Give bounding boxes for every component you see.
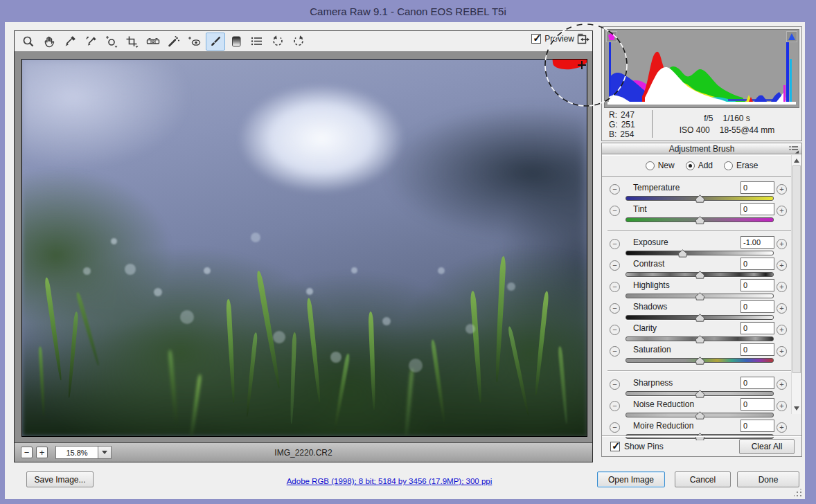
- brush-mode-add[interactable]: Add: [686, 161, 713, 170]
- highlights-value-input[interactable]: [740, 279, 774, 291]
- saturation-increase-button[interactable]: +: [777, 346, 787, 357]
- filter-settings-button[interactable]: [247, 33, 267, 51]
- zoom-tool-button[interactable]: [19, 33, 38, 51]
- exposure-slider-track[interactable]: [626, 251, 774, 255]
- photo-bokeh-circle: [382, 317, 391, 325]
- moire-decrease-button[interactable]: −: [610, 422, 620, 433]
- highlights-slider-thumb[interactable]: [695, 291, 705, 299]
- clarity-value-input[interactable]: [740, 322, 774, 334]
- save-image-button[interactable]: Save Image...: [26, 471, 94, 487]
- scrollbar-down-arrow[interactable]: [794, 406, 799, 411]
- preview-panel: Preview − + 15.8% IMG_2220.CR2: [14, 30, 593, 462]
- temperature-slider-track[interactable]: [626, 196, 774, 201]
- radio-new[interactable]: [646, 161, 655, 170]
- shadows-decrease-button[interactable]: −: [610, 303, 620, 314]
- noise-slider-track[interactable]: [626, 413, 774, 417]
- preview-checkbox[interactable]: [531, 34, 541, 44]
- shutter-value: 1/160 s: [722, 114, 750, 123]
- scrollbar-thumb[interactable]: [792, 165, 801, 373]
- highlights-slider-track[interactable]: [626, 294, 774, 298]
- photo-bokeh-circle: [204, 267, 211, 274]
- clarity-decrease-button[interactable]: −: [610, 325, 620, 335]
- color-sampler-tool-button[interactable]: [81, 33, 100, 51]
- contrast-value-input[interactable]: [740, 258, 774, 270]
- aperture-value: f/5: [704, 114, 713, 123]
- saturation-slider-track[interactable]: [626, 358, 774, 363]
- highlights-decrease-button[interactable]: −: [610, 282, 620, 292]
- noise-slider-thumb[interactable]: [695, 410, 705, 418]
- exposure-increase-button[interactable]: +: [777, 239, 787, 249]
- targeted-adjustment-tool-button[interactable]: [102, 33, 121, 51]
- radio-erase[interactable]: [724, 161, 733, 170]
- spot-removal-tool-button[interactable]: [164, 33, 184, 51]
- exposure-value-input[interactable]: [740, 236, 774, 249]
- clarity-slider-thumb[interactable]: [695, 334, 705, 342]
- fullscreen-toggle-button[interactable]: [576, 33, 591, 48]
- shadows-slider-track[interactable]: [626, 315, 774, 320]
- sharpness-value-input[interactable]: [740, 377, 774, 389]
- noise-decrease-button[interactable]: −: [610, 401, 620, 411]
- straighten-tool-button[interactable]: [143, 33, 163, 51]
- clarity-increase-button[interactable]: +: [777, 325, 787, 335]
- exposure-decrease-button[interactable]: −: [610, 239, 620, 249]
- radio-add[interactable]: [686, 161, 695, 170]
- rotate-left-button[interactable]: [268, 33, 287, 51]
- highlight-clipping-indicator[interactable]: [786, 31, 797, 42]
- brush-mode-new[interactable]: New: [646, 161, 675, 170]
- highlights-increase-button[interactable]: +: [777, 282, 787, 292]
- shadows-slider-thumb[interactable]: [695, 312, 705, 321]
- done-button[interactable]: Done: [737, 471, 799, 487]
- preview-toggle[interactable]: Preview: [531, 34, 574, 44]
- tint-value-input[interactable]: [740, 203, 774, 215]
- workflow-options-link[interactable]: Adobe RGB (1998); 8 bit; 5184 by 3456 (1…: [287, 477, 493, 485]
- shadows-increase-button[interactable]: +: [777, 303, 787, 314]
- white-balance-tool-button[interactable]: [60, 33, 80, 51]
- sharpness-increase-button[interactable]: +: [777, 379, 787, 390]
- tool-bar: Preview: [15, 31, 592, 52]
- hand-tool-button[interactable]: [39, 33, 59, 51]
- tint-decrease-button[interactable]: −: [610, 206, 620, 216]
- open-image-button[interactable]: Open Image: [597, 471, 665, 487]
- photo-bokeh-circle: [409, 359, 423, 372]
- rotate-right-button[interactable]: [289, 33, 308, 51]
- crop-tool-button[interactable]: [123, 33, 142, 51]
- show-pins-checkbox[interactable]: [610, 442, 620, 451]
- temperature-decrease-button[interactable]: −: [610, 184, 620, 195]
- sharpness-slider-track[interactable]: [626, 391, 774, 396]
- clarity-slider-track[interactable]: [626, 336, 774, 341]
- sharpness-decrease-button[interactable]: −: [610, 379, 620, 390]
- color-sampler-icon: [84, 35, 98, 48]
- exposure-slider-thumb[interactable]: [677, 248, 688, 256]
- contrast-increase-button[interactable]: +: [777, 260, 787, 271]
- resize-grip[interactable]: [794, 489, 802, 497]
- temperature-value-input[interactable]: [740, 181, 774, 194]
- contrast-decrease-button[interactable]: −: [610, 260, 620, 271]
- adjustment-brush-tool-button[interactable]: [206, 33, 225, 51]
- scrollbar-up-arrow[interactable]: [794, 159, 799, 163]
- sharpness-slider-thumb[interactable]: [695, 388, 705, 397]
- tint-slider-thumb[interactable]: [695, 215, 705, 223]
- tint-increase-button[interactable]: +: [777, 206, 787, 216]
- noise-value-input[interactable]: [740, 398, 774, 411]
- panel-scrollbar[interactable]: [791, 155, 801, 414]
- brush-mode-erase[interactable]: Erase: [724, 161, 758, 170]
- moire-value-input[interactable]: [740, 420, 774, 432]
- saturation-slider-thumb[interactable]: [695, 355, 705, 363]
- slider-highlights: −Highlights+: [602, 279, 801, 300]
- graduated-filter-tool-button[interactable]: [227, 33, 246, 51]
- shadow-clipping-indicator[interactable]: [606, 31, 617, 42]
- shadows-value-input[interactable]: [740, 300, 774, 313]
- clear-all-button[interactable]: Clear All: [739, 439, 795, 454]
- tint-slider-track[interactable]: [626, 217, 774, 222]
- cancel-button[interactable]: Cancel: [675, 471, 731, 487]
- saturation-value-input[interactable]: [740, 343, 774, 356]
- temperature-slider-thumb[interactable]: [695, 193, 705, 201]
- moire-increase-button[interactable]: +: [777, 422, 787, 433]
- temperature-increase-button[interactable]: +: [777, 184, 787, 195]
- noise-increase-button[interactable]: +: [777, 401, 787, 411]
- saturation-decrease-button[interactable]: −: [610, 346, 620, 357]
- contrast-slider-track[interactable]: [626, 272, 774, 277]
- contrast-slider-thumb[interactable]: [695, 269, 705, 278]
- red-eye-tool-button[interactable]: [185, 33, 204, 51]
- photo-canvas[interactable]: [21, 59, 587, 437]
